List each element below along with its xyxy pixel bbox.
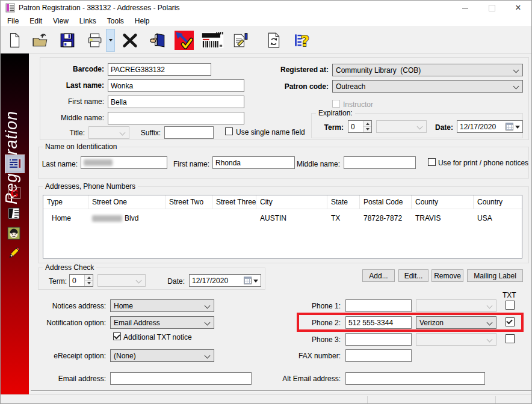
menu-view[interactable]: View bbox=[48, 16, 74, 26]
about-view-icon bbox=[7, 227, 20, 240]
print-options-button[interactable] bbox=[106, 29, 115, 52]
edit-button[interactable]: Edit... bbox=[398, 269, 428, 282]
phone1-txt-checkbox[interactable] bbox=[506, 301, 515, 310]
chevron-down-icon bbox=[120, 130, 126, 136]
phone1-input[interactable] bbox=[345, 299, 412, 312]
col-type[interactable]: Type bbox=[43, 195, 88, 209]
notification-option-select[interactable]: Email Address bbox=[110, 316, 214, 329]
check-patron-button[interactable] bbox=[146, 29, 169, 52]
barcode-input[interactable] bbox=[108, 63, 211, 76]
window-title: Patron Registration - 383132 - Addresses… bbox=[19, 4, 179, 12]
sidebar-item-about[interactable] bbox=[7, 227, 20, 240]
use-for-notices-checkbox[interactable] bbox=[428, 158, 436, 166]
sidebar-item-registration[interactable] bbox=[5, 155, 25, 174]
notices-address-select[interactable]: Home bbox=[110, 299, 214, 312]
status-divider bbox=[495, 396, 496, 403]
status-bar: For Help, press F1 NUM bbox=[1, 394, 531, 404]
delete-button[interactable] bbox=[119, 29, 141, 52]
close-button[interactable]: × bbox=[505, 1, 531, 15]
col-state[interactable]: State bbox=[327, 195, 360, 209]
barcode-label: Barcode: bbox=[38, 65, 104, 73]
cell-postal-code: 78728-7872 bbox=[360, 213, 412, 224]
additional-txt-checkbox[interactable] bbox=[113, 332, 121, 340]
phone2-txt-checkbox[interactable] bbox=[506, 317, 515, 326]
suffix-input[interactable] bbox=[164, 126, 214, 139]
spin-down-icon[interactable] bbox=[85, 281, 93, 286]
minimize-button[interactable] bbox=[452, 1, 478, 15]
email-address-input[interactable] bbox=[110, 372, 252, 385]
print-options-arrow-icon bbox=[109, 39, 113, 41]
save-button[interactable] bbox=[56, 29, 79, 52]
remove-button[interactable]: Remove bbox=[431, 269, 463, 282]
patron-code-select[interactable]: Outreach bbox=[332, 80, 523, 93]
address-row[interactable]: Home Blvd AUSTIN TX 78728-7872 TRAVIS US… bbox=[43, 213, 522, 224]
id-first-name-input[interactable] bbox=[212, 156, 295, 169]
single-name-checkbox[interactable] bbox=[225, 127, 233, 135]
col-street-three[interactable]: Street Three bbox=[212, 195, 256, 209]
refresh-button[interactable] bbox=[262, 29, 285, 52]
open-button[interactable] bbox=[29, 29, 52, 52]
properties-button[interactable] bbox=[229, 29, 252, 52]
registered-at-select[interactable]: Community Library (COB) bbox=[332, 64, 523, 76]
sidebar-item-edit[interactable] bbox=[7, 245, 21, 260]
title-select bbox=[88, 126, 129, 139]
addresses-table: Type Street One Street Two Street Three … bbox=[43, 195, 522, 259]
sidebar-item-circulation[interactable]: G bbox=[8, 187, 20, 199]
last-name-input[interactable] bbox=[108, 79, 244, 92]
menu-help[interactable]: Help bbox=[129, 16, 155, 26]
date-dropdown-icon[interactable] bbox=[515, 126, 520, 129]
menu-edit[interactable]: Edit bbox=[24, 16, 48, 26]
col-city[interactable]: City bbox=[256, 195, 327, 209]
col-county[interactable]: County bbox=[412, 195, 474, 209]
id-middle-name-label: Middle name: bbox=[293, 160, 340, 168]
alt-email-input[interactable] bbox=[345, 372, 485, 385]
col-street-one[interactable]: Street One bbox=[88, 195, 165, 209]
address-check-date-picker[interactable]: 12/17/2020 bbox=[189, 274, 261, 287]
title-bar: Patron Registration - 383132 - Addresses… bbox=[1, 1, 531, 15]
spin-up-icon[interactable] bbox=[85, 275, 93, 281]
print-button[interactable] bbox=[83, 29, 106, 52]
col-country[interactable]: Country bbox=[474, 195, 522, 209]
cell-street-one: Blvd bbox=[88, 213, 165, 224]
menu-tools[interactable]: Tools bbox=[102, 16, 129, 26]
first-name-input[interactable] bbox=[108, 96, 244, 108]
phone3-input[interactable] bbox=[345, 333, 412, 346]
phone1-label: Phone 1: bbox=[305, 302, 341, 310]
col-street-two[interactable]: Street Two bbox=[165, 195, 212, 209]
ereceipt-option-select[interactable]: (None) bbox=[110, 349, 214, 362]
add-button[interactable]: Add... bbox=[362, 269, 395, 282]
mailing-label-button[interactable]: Mailing Label bbox=[467, 269, 523, 282]
chevron-down-icon bbox=[513, 67, 519, 73]
minimize-icon bbox=[462, 8, 468, 8]
verify-address-button[interactable] bbox=[173, 29, 196, 52]
new-record-button[interactable] bbox=[3, 29, 26, 52]
col-postal-code[interactable]: Postal Code bbox=[360, 195, 412, 209]
phone3-txt-checkbox[interactable] bbox=[506, 334, 515, 343]
spin-up-icon[interactable] bbox=[363, 121, 371, 127]
help-button[interactable]: ? bbox=[291, 29, 314, 52]
txt-column-header: TXT bbox=[503, 291, 519, 299]
app-icon bbox=[5, 3, 15, 13]
phone2-input[interactable] bbox=[345, 316, 412, 329]
delete-icon bbox=[122, 32, 138, 49]
expiration-date-picker[interactable]: 12/17/2020 bbox=[457, 120, 523, 133]
use-for-notices-label: Use for print / phone notices bbox=[438, 159, 528, 167]
expiration-term-spinner[interactable]: 0 bbox=[348, 120, 372, 133]
sidebar-item-notes[interactable] bbox=[7, 207, 20, 220]
svg-text:?: ? bbox=[301, 32, 309, 48]
menu-links[interactable]: Links bbox=[74, 16, 102, 26]
phone2-carrier-select[interactable]: Verizon bbox=[416, 316, 496, 329]
address-check-term-spinner[interactable]: 0 bbox=[69, 274, 93, 287]
menu-file[interactable]: File bbox=[2, 16, 24, 26]
fax-number-input[interactable] bbox=[345, 349, 412, 362]
id-last-name-input[interactable] bbox=[81, 156, 167, 169]
barcode-scan-button[interactable] bbox=[199, 29, 226, 52]
verify-address-icon bbox=[175, 31, 194, 50]
title-label: Title: bbox=[56, 129, 85, 137]
date-dropdown-icon[interactable] bbox=[253, 280, 258, 283]
menu-bar: File Edit View Links Tools Help bbox=[1, 15, 532, 26]
id-middle-name-input[interactable] bbox=[344, 156, 416, 169]
chevron-down-icon bbox=[487, 303, 493, 309]
middle-name-input[interactable] bbox=[108, 112, 244, 124]
spin-down-icon[interactable] bbox=[363, 127, 371, 132]
